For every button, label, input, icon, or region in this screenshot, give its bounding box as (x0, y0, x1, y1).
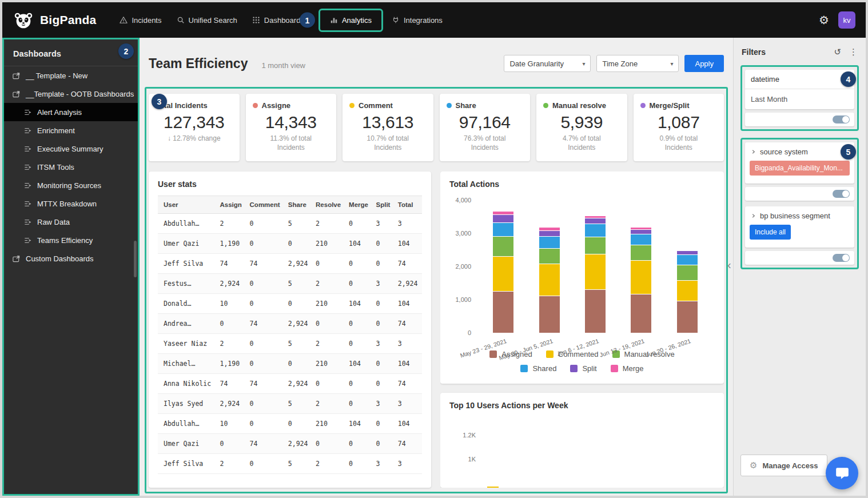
legend-swatch (520, 365, 528, 372)
legend-item-shared[interactable]: Shared (520, 364, 556, 373)
kpi-label: Merge/Split (640, 101, 718, 110)
bar-segment-manual-resolve (539, 249, 560, 264)
table-cell: 104 (395, 294, 422, 314)
gear-icon: ⚙ (750, 460, 757, 471)
dashboard-report-icon (23, 163, 32, 172)
table-cell: 104 (345, 234, 372, 254)
sidebar-item-raw-data[interactable]: Raw Data (4, 213, 138, 231)
nav-item-unified-search[interactable]: Unified Search (170, 11, 244, 29)
source-system-filter-card: source system Bigpanda_Availability_Mon.… (745, 142, 854, 184)
y-tick-label: 0 (468, 329, 471, 336)
table-cell: 0 (246, 414, 285, 434)
bar-segment-merge (493, 212, 513, 214)
top10-title: Top 10 Users Actions per Week (449, 401, 715, 410)
kpi-label: Share (447, 101, 524, 110)
kpi-label-text: Share (456, 101, 476, 110)
sidebar-item-template-new[interactable]: __ Template - New (4, 66, 138, 85)
bp-business-segment-filter-header[interactable]: bp business segment (745, 206, 854, 224)
sidebar-item-label: Custom Dashboards (26, 254, 94, 263)
chat-launcher-button[interactable] (826, 457, 858, 489)
table-cell: 0 (312, 374, 345, 394)
total-actions-panel: Total Actions 4,0003,0002,0001,0000 May … (440, 172, 724, 384)
annotation-badge-5: 5 (841, 144, 856, 160)
table-cell: Yaseer Niaz (158, 334, 217, 354)
source-system-filter-label: source system (760, 148, 808, 156)
time-zone-select[interactable]: Time Zone ▾ (596, 55, 679, 72)
table-cell: 2 (217, 454, 246, 474)
kpi-dot-icon (543, 103, 548, 108)
source-system-value-pill[interactable]: Bigpanda_Availability_Mon... (750, 161, 850, 176)
table-cell: 1,190 (217, 234, 246, 254)
reset-filters-icon[interactable]: ↺ (834, 47, 841, 57)
legend-label: Split (582, 364, 596, 373)
nav-item-label: Incidents (132, 16, 161, 25)
table-cell: 0 (246, 354, 285, 374)
kpi-card-total-incidents: Total Incidents127,343↓ 12.78% change (149, 94, 240, 161)
table-cell: 3 (373, 274, 395, 294)
user-avatar[interactable]: kv (838, 11, 855, 29)
table-cell: 74 (217, 374, 246, 394)
sidebar-item-template-ootb-dashboards[interactable]: __Template - OOTB Dashboards (4, 85, 138, 103)
table-cell: 2 (312, 274, 345, 294)
sidebar-item-teams-efficiency[interactable]: Teams Efficiency (4, 231, 138, 249)
table-cell: 0 (312, 254, 345, 274)
table-cell: 0 (345, 334, 372, 354)
y-tick-label: 1K (453, 456, 476, 463)
nav-item-analytics[interactable]: Analytics (324, 11, 378, 29)
sidebar-item-executive-summary[interactable]: Executive Summary (4, 140, 138, 158)
table-cell: 0 (373, 354, 395, 374)
table-cell: 0 (345, 454, 372, 474)
column-header-assign: Assign (217, 196, 246, 214)
apply-button[interactable]: Apply (684, 55, 724, 72)
datetime-filter-toggle[interactable] (833, 115, 850, 123)
kpi-label-text: Merge/Split (650, 101, 690, 110)
column-header-total: Total (395, 196, 422, 214)
sidebar-item-mttx-breakdown[interactable]: MTTX Breakdown (4, 194, 138, 213)
bar-segment-merge (585, 216, 606, 218)
legend-item-merge[interactable]: Merge (611, 364, 644, 373)
nav-item-label: Integrations (404, 16, 443, 25)
bar-chart-icon (330, 16, 338, 24)
sidebar-item-itsm-tools[interactable]: ITSM Tools (4, 158, 138, 176)
bp-business-segment-filter-toggle[interactable] (833, 254, 850, 262)
legend-item-split[interactable]: Split (570, 364, 596, 373)
table-cell: 0 (373, 254, 395, 274)
table-cell: 5 (285, 394, 312, 414)
panels: User stats UserAssignCommentShareResolve… (149, 172, 724, 488)
kpi-subtext: 4.7% of total Incidents (543, 134, 620, 152)
table-cell: 104 (345, 354, 372, 374)
nav-item-incidents[interactable]: Incidents (113, 11, 168, 29)
sidebar-item-label: Monitoring Sources (37, 181, 101, 190)
table-cell: 0 (246, 454, 285, 474)
sidebar-item-monitoring-sources[interactable]: Monitoring Sources (4, 176, 138, 194)
kpi-subtext: 76.3% of total Incidents (447, 134, 524, 152)
table-row: Jeff Silva74742,92400074 (158, 254, 422, 274)
dashboard-report-icon (23, 218, 32, 226)
sidebar-item-alert-analysis[interactable]: Alert Analysis (4, 103, 138, 121)
collapse-filters-icon[interactable]: ‹ (727, 258, 731, 272)
nav-item-integrations[interactable]: Integrations (385, 11, 449, 29)
kpi-label-text: Comment (359, 101, 393, 110)
sidebar-item-enrichment[interactable]: Enrichment (4, 121, 138, 140)
sidebar-scrollbar[interactable] (134, 241, 137, 277)
table-cell: 0 (285, 234, 312, 254)
table-cell: 0 (312, 314, 345, 334)
manage-access-button[interactable]: ⚙ Manage Access (740, 455, 827, 476)
datetime-filter-value[interactable]: Last Month (745, 89, 854, 109)
bp-business-segment-value-pill[interactable]: Include all (750, 225, 791, 240)
table-cell: 2,924 (217, 274, 246, 294)
table-cell: 2,924 (285, 434, 312, 454)
source-system-filter-header[interactable]: source system (745, 142, 854, 160)
table-row: Umer Qazi1,190002101040104 (158, 234, 422, 254)
table-cell: 2,924 (217, 394, 246, 414)
filters-menu-icon[interactable]: ⋮ (849, 47, 858, 57)
table-cell: 0 (345, 394, 372, 414)
source-system-filter-toggle[interactable] (833, 190, 850, 198)
sidebar-item-custom-dashboards[interactable]: Custom Dashboards (4, 249, 138, 268)
table-cell: 5 (285, 334, 312, 354)
table-cell: 0 (373, 234, 395, 254)
date-granularity-select[interactable]: Date Granularity ▾ (504, 55, 591, 72)
table-cell: 3 (395, 214, 422, 234)
settings-gear-icon[interactable]: ⚙ (819, 14, 829, 26)
chat-bubble-icon (835, 466, 850, 481)
